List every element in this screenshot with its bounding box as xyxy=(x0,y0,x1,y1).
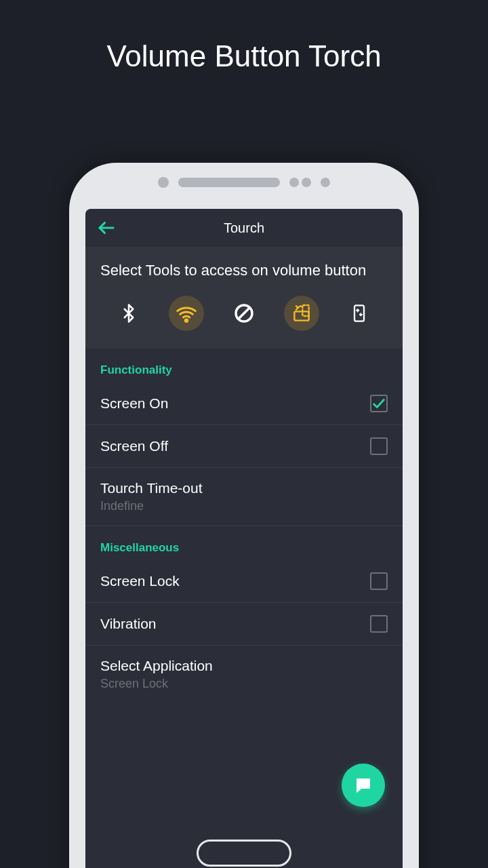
vibration-item[interactable]: Vibration xyxy=(85,603,403,646)
rotate-icon xyxy=(291,302,312,324)
check-icon xyxy=(371,396,386,411)
wifi-icon xyxy=(176,302,197,324)
item-label: Tourch Time-out xyxy=(100,480,203,496)
phone-frame: Tourch Select Tools to access on volume … xyxy=(69,163,419,868)
checkbox-unchecked[interactable] xyxy=(370,615,388,633)
miscellaneous-label: Miscellaneous xyxy=(85,526,403,560)
phone-hardware-top xyxy=(69,163,419,202)
home-pill xyxy=(197,840,291,867)
bluetooth-tool[interactable] xyxy=(111,296,146,331)
back-arrow-icon xyxy=(96,218,117,238)
block-tool[interactable] xyxy=(226,296,262,331)
screen-off-item[interactable]: Screen Off xyxy=(85,425,403,468)
functionality-label: Functionality xyxy=(85,349,403,382)
svg-rect-5 xyxy=(302,305,308,316)
sensor-dot xyxy=(158,177,169,188)
chat-fab[interactable] xyxy=(342,764,385,807)
wifi-tool[interactable] xyxy=(169,296,204,331)
data-icon xyxy=(350,304,369,323)
checkbox-unchecked[interactable] xyxy=(370,572,388,590)
item-label: Screen Lock xyxy=(100,573,180,589)
svg-line-3 xyxy=(239,308,249,319)
item-label: Vibration xyxy=(100,616,157,632)
item-label: Screen Off xyxy=(100,438,168,454)
item-sub: Screen Lock xyxy=(100,677,213,691)
checkbox-checked[interactable] xyxy=(370,395,388,412)
app-title: Tourch xyxy=(85,220,403,236)
bluetooth-icon xyxy=(119,303,139,323)
speaker-grill xyxy=(178,178,280,187)
rotate-tool[interactable] xyxy=(284,296,319,331)
svg-point-1 xyxy=(185,319,187,321)
app-header: Tourch xyxy=(85,209,403,247)
screen-on-item[interactable]: Screen On xyxy=(85,382,403,425)
block-icon xyxy=(233,302,255,324)
checkbox-unchecked[interactable] xyxy=(370,437,388,455)
back-button[interactable] xyxy=(96,218,117,238)
sensor-dots xyxy=(289,178,311,187)
data-tool[interactable] xyxy=(342,296,377,331)
tools-section: Select Tools to access on volume button xyxy=(85,247,403,349)
chat-icon xyxy=(353,775,373,795)
promo-title: Volume Button Torch xyxy=(0,0,488,73)
svg-rect-6 xyxy=(354,305,364,321)
item-sub: Indefine xyxy=(100,499,203,513)
app-screen: Tourch Select Tools to access on volume … xyxy=(85,209,403,868)
item-label: Screen On xyxy=(100,395,168,412)
camera-dot xyxy=(321,178,330,187)
tools-row xyxy=(100,296,388,331)
screen-lock-item[interactable]: Screen Lock xyxy=(85,560,403,603)
item-label: Select Application xyxy=(100,658,213,674)
select-application-item[interactable]: Select Application Screen Lock xyxy=(85,646,403,703)
torch-timeout-item[interactable]: Tourch Time-out Indefine xyxy=(85,468,403,526)
tools-heading: Select Tools to access on volume button xyxy=(100,260,388,281)
